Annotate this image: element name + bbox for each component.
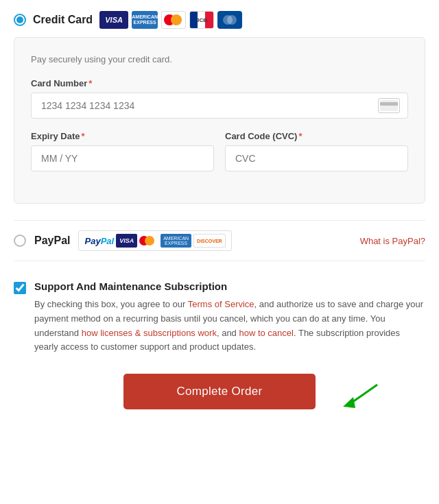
expiry-date-group: Expiry Date* — [31, 131, 214, 171]
card-number-label: Card Number* — [31, 78, 408, 88]
paypal-left: PayPal PayPal VISA AMERICANEXPRESS DISCO… — [14, 230, 232, 251]
jcb-logo: JCB — [189, 11, 214, 29]
card-number-input[interactable] — [31, 93, 408, 119]
credit-card-label: Credit Card — [33, 14, 93, 26]
subscription-checkbox[interactable] — [14, 282, 26, 294]
cvc-input[interactable] — [225, 145, 408, 171]
svg-marker-3 — [343, 397, 355, 408]
cancel-link[interactable]: how to cancel — [239, 328, 294, 338]
credit-card-form-panel: Pay securely using your credit card. Car… — [14, 37, 425, 204]
complete-order-button[interactable]: Complete Order — [123, 374, 316, 409]
required-star-cvc: * — [298, 131, 302, 141]
subscription-section: Support And Maintenance Subscription By … — [14, 275, 425, 355]
card-icon-inner — [380, 100, 398, 111]
subscription-checkbox-wrapper[interactable] — [14, 282, 26, 297]
credit-card-logos: VISA AMERICANEXPRESS JCB — [99, 11, 242, 29]
subscription-text: By checking this box, you agree to our T… — [34, 298, 425, 355]
subscription-content: Support And Maintenance Subscription By … — [34, 280, 425, 355]
paypal-label: PayPal — [34, 235, 70, 247]
subscription-title: Support And Maintenance Subscription — [34, 280, 425, 292]
expiry-cvc-row: Expiry Date* Card Code (CVC)* — [31, 131, 408, 184]
what-is-paypal-link[interactable]: What is PayPal? — [360, 236, 425, 246]
paypal-option[interactable]: PayPal PayPal VISA AMERICANEXPRESS DISCO… — [14, 220, 425, 261]
card-icon-stripe — [380, 102, 398, 106]
terms-of-service-link[interactable]: Terms of Service — [188, 299, 254, 309]
form-subtitle: Pay securely using your credit card. — [31, 54, 408, 64]
required-star-expiry: * — [82, 131, 85, 141]
expiry-date-input[interactable] — [31, 145, 214, 171]
paypal-radio[interactable] — [14, 235, 26, 247]
order-button-wrapper: Complete Order — [14, 374, 425, 409]
amex-logo: AMERICANEXPRESS — [132, 11, 158, 29]
pp-discover-logo: DISCOVER — [193, 234, 226, 248]
paypal-banner: PayPal VISA AMERICANEXPRESS DISCOVER — [78, 230, 231, 251]
cvc-label: Card Code (CVC)* — [225, 131, 408, 141]
arrow-svg — [329, 378, 384, 412]
card-icon — [378, 98, 400, 113]
visa-logo: VISA — [99, 11, 128, 29]
pp-visa-logo: VISA — [116, 234, 137, 248]
mastercard-logo — [161, 11, 186, 29]
pp-amex-logo: AMERICANEXPRESS — [161, 234, 191, 248]
svg-point-1 — [227, 15, 237, 25]
cvc-group: Card Code (CVC)* — [225, 131, 408, 171]
diners-logo — [217, 11, 242, 29]
required-star-card: * — [88, 78, 92, 88]
pp-mastercard-logo — [139, 234, 158, 248]
expiry-date-label: Expiry Date* — [31, 131, 214, 141]
card-number-wrapper — [31, 93, 408, 119]
credit-card-radio[interactable] — [14, 14, 26, 26]
credit-card-option[interactable]: Credit Card VISA AMERICANEXPRESS JCB — [14, 11, 425, 29]
card-number-group: Card Number* — [31, 78, 408, 119]
paypal-text-logo: PayPal — [84, 236, 114, 246]
arrow-pointer — [329, 378, 384, 412]
licenses-link[interactable]: how licenses & subscriptions work — [82, 328, 217, 338]
